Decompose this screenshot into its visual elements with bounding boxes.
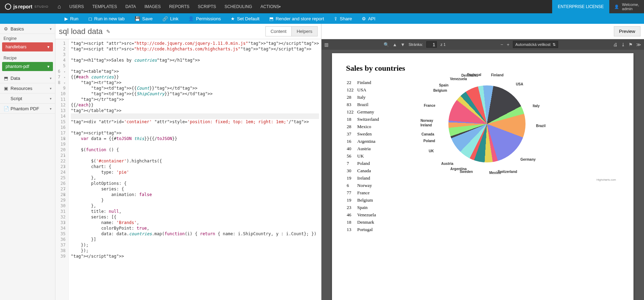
pie-chart: FinlandUSAItalyBrazilGermanySwitzerlandM… [392,78,619,183]
pie-graphic [448,85,526,162]
action-share[interactable]: ⇪Share [329,13,357,24]
chevron-down-icon: ▾ [47,64,49,69]
action-link[interactable]: 🔗Link [157,13,183,24]
sidebar-basics[interactable]: ⚙ Basics ▾ [0,24,55,34]
enterprise-license[interactable]: ENTERPRISE LICENSE [552,0,609,13]
pdf-page: Sales by countries 22Finland122USA28Ital… [332,53,633,300]
page-up-icon[interactable]: ▲ [393,42,397,47]
chevron-down-icon: ▾ [50,27,52,31]
topbar-right: ENTERPRISE LICENSE 👤 Welcome,admin [552,0,644,13]
user-icon: 👤 [188,16,194,21]
chevron-down-icon: ▾ [47,44,49,49]
pie-label: Canada [421,132,434,136]
zoom-select[interactable]: Automatická velikost⇅ [513,41,558,48]
action-permissions[interactable]: 👤Permissions [183,13,226,24]
chevron-down-icon: ▾ [50,76,52,80]
nav-home[interactable]: ⌂ [53,0,65,13]
table-row: 122USA [347,86,381,93]
chart-credits: Highcharts.com [596,178,616,181]
code-content[interactable]: "tag"><script "attr">src="http://code.jq… [69,39,321,300]
box-icon: ▣ [4,86,8,91]
link-icon: 🔗 [162,16,168,21]
sidebar-data[interactable]: ⬒Data▾ [0,73,55,83]
window-icon: ◻ [88,16,92,21]
editor-header: sql load data ✎ Content Helpers [55,24,321,39]
nav-users[interactable]: USERS [65,0,88,13]
gear-icon: ⚙ [4,26,8,32]
action-bar: ▶Run◻Run in new tab💾Save🔗Link👤Permission… [0,13,644,24]
chevron-down-icon: ▾ [50,107,52,111]
recipe-label: Recipe [0,54,55,61]
nav-images[interactable]: IMAGES [140,0,165,13]
pie-label: Austria [441,162,453,166]
table-row: 13Portugal [347,226,381,233]
table-row: 40Austria [347,145,381,152]
sidebar-resources[interactable]: ▣Resources▾ [0,83,55,93]
rename-icon[interactable]: ✎ [106,29,110,34]
zoom-out-icon[interactable]: − [501,42,503,47]
report-title: Sales by countries [346,64,619,73]
editor-tabs: Content Helpers [265,26,318,36]
play-icon: ▶ [65,16,68,21]
nav-templates[interactable]: TEMPLATES [88,0,121,13]
table-row: 37Sweden [347,131,381,137]
page-down-icon[interactable]: ▼ [401,42,405,47]
chevron-down-icon: ▾ [50,97,52,100]
pie-label: Italy [533,104,540,108]
download-icon[interactable]: ⤓ [621,42,625,47]
zoom-in-icon[interactable]: + [507,42,509,47]
logo[interactable]: jsreport STUDIO [0,4,53,10]
nav-reports[interactable]: REPORTS [165,0,194,13]
db-icon: ⬒ [269,16,273,21]
logo-main: report [18,4,32,9]
table-row: 23Spain [347,204,381,211]
engine-select[interactable]: handlebars ▾ [2,42,53,51]
tab-helpers[interactable]: Helpers [292,26,318,36]
pdf-toolbar: ▥ 🔍 ▲ ▼ Stránka: z 1 − + Automatická vel… [321,39,644,50]
sidebar-toggle-icon[interactable]: ▥ [324,42,328,47]
tools-icon[interactable]: ≫ [636,42,641,47]
logo-icon [5,4,11,10]
print-icon[interactable]: 🖨 [613,42,618,47]
sidebar-phantom-pdf[interactable]: 📄Phantom PDF▾ [0,104,55,114]
sidebar: ⚙ Basics ▾ Engine handlebars ▾ Recipe ph… [0,24,55,300]
code-editor[interactable]: 123456 ▾7 ▾8 ▾91011121314151617 ▾181920 … [55,39,321,300]
table-row: 30Canada [347,167,381,174]
pie-label: Portugal [467,73,481,77]
action-run[interactable]: ▶Run [60,13,83,24]
search-icon[interactable]: 🔍 [384,42,389,47]
nav-scheduling[interactable]: SCHEDULING [220,0,256,13]
recipe-select[interactable]: phantom-pdf ▾ [2,62,53,71]
table-row: 46Venezuela [347,211,381,218]
table-row: 77France [347,189,381,196]
table-row: 19Ireland [347,175,381,181]
pie-label: Germany [520,158,535,161]
nav-actions[interactable]: ACTIONS ▾ [256,0,285,13]
pie-label: Belgium [433,89,447,92]
action-save[interactable]: 💾Save [130,13,158,24]
tab-content[interactable]: Content [265,26,292,36]
action-render-and-store-report[interactable]: ⬒Render and store report [264,13,329,24]
table-row: 18Denmark [347,219,381,225]
pie-label: Norway [420,119,433,123]
pie-label: Argentina [450,167,467,171]
pie-label: Venezuela [450,77,467,81]
nav-data[interactable]: DATA [121,0,140,13]
action-run-in-new-tab[interactable]: ◻Run in new tab [83,13,130,24]
page-input[interactable] [426,41,437,48]
table-row: 83Brazil [347,101,381,108]
action-set-default[interactable]: ★Set Default [226,13,264,24]
action-api[interactable]: ⚙API [357,13,380,24]
table-row: 122Germany [347,109,381,115]
pdf-viewer[interactable]: Sales by countries 22Finland122USA28Ital… [321,50,644,300]
tab-preview[interactable]: Preview [614,26,640,36]
pie-label: Poland [423,139,435,143]
chevron-up-down-icon: ⇅ [553,42,556,47]
sidebar-script[interactable]: Script▾ [0,93,55,104]
bookmark-icon[interactable]: ⚑ [629,42,633,47]
save-icon: 💾 [135,16,140,21]
user-menu[interactable]: 👤 Welcome,admin [609,0,644,13]
editor-zone: sql load data ✎ Content Helpers 123456 ▾… [55,24,321,300]
nav-scripts[interactable]: SCRIPTS [194,0,220,13]
preview-zone: Preview ▥ 🔍 ▲ ▼ Stránka: z 1 − + Automat… [321,24,644,300]
